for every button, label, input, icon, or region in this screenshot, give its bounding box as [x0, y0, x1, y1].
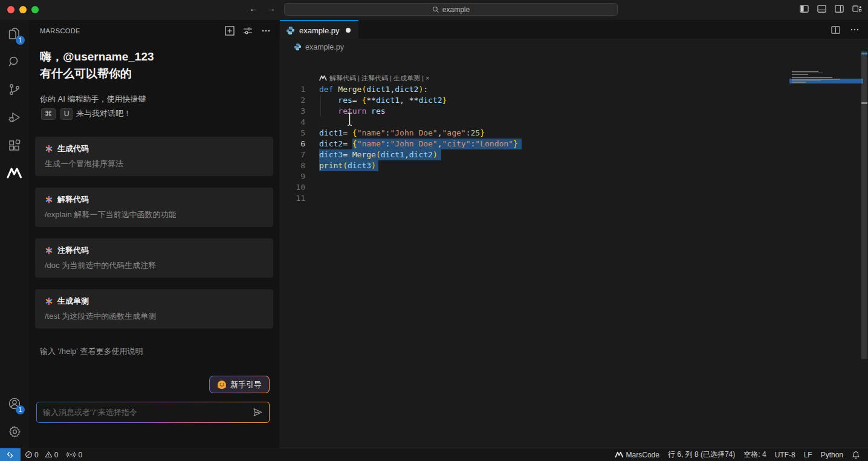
accounts-badge: 1: [16, 405, 25, 414]
python-icon: [294, 43, 302, 51]
remote-icon: [6, 451, 15, 459]
tab-label: example.py: [299, 26, 339, 35]
more-actions-icon[interactable]: [261, 26, 271, 36]
encoding-button[interactable]: UTF-8: [771, 448, 800, 461]
code-token: dict2: [319, 139, 343, 148]
sidebar-item-marscode[interactable]: [0, 159, 29, 187]
command-center-search[interactable]: example: [284, 3, 618, 16]
kbd-cmd: ⌘: [41, 108, 56, 120]
card-doc-code[interactable]: 注释代码 /doc 为当前选中的代码生成注释: [35, 238, 273, 278]
new-chat-icon[interactable]: [225, 26, 235, 36]
mouse-cursor: [347, 113, 352, 126]
breadcrumb-item[interactable]: example.py: [305, 43, 344, 51]
notifications-button[interactable]: [847, 448, 864, 461]
code-line-7[interactable]: dict3= Merge(dict1,dict2): [319, 149, 789, 160]
indentation-button[interactable]: 空格: 4: [739, 448, 770, 461]
explorer-badge: 1: [16, 36, 25, 45]
kbd-u: U: [60, 108, 73, 120]
code-token: "name": [357, 128, 386, 137]
warning-count: 0: [54, 451, 59, 459]
card-desc: /explain 解释一下当前选中函数的功能: [45, 209, 264, 220]
search-value: example: [442, 5, 470, 14]
eol-button[interactable]: LF: [800, 448, 817, 461]
code-line-3[interactable]: return res: [319, 106, 789, 117]
code-token: res: [371, 106, 385, 116]
code-line-4[interactable]: [319, 117, 789, 128]
onboarding-guide-button[interactable]: 新手引导: [209, 376, 270, 393]
sidebar-item-accounts[interactable]: 1: [0, 390, 29, 417]
send-icon[interactable]: [253, 407, 263, 417]
card-generate-code[interactable]: 生成代码 生成一个冒泡排序算法: [35, 137, 273, 176]
customize-layout-icon[interactable]: [852, 4, 862, 13]
close-window-button[interactable]: [7, 6, 15, 13]
code-line-5[interactable]: dict1= {"name":"John Doe","age":25}: [319, 128, 789, 139]
code-token: 25: [471, 128, 481, 137]
nav-back-icon[interactable]: ←: [249, 3, 258, 13]
code-line-8[interactable]: print(dict3): [319, 160, 789, 171]
code-token: dict3: [319, 150, 343, 159]
card-title: 注释代码: [57, 245, 89, 256]
code-token: dict3: [348, 161, 371, 170]
modified-dot-icon[interactable]: [346, 28, 351, 33]
code-line-9[interactable]: [319, 171, 789, 182]
cursor-position-button[interactable]: 行 6, 列 8 (已选择74): [664, 448, 739, 461]
sidebar-item-explorer[interactable]: 1: [0, 20, 29, 48]
sidebar-item-search[interactable]: [0, 48, 29, 76]
line-number: 10: [279, 182, 319, 193]
more-actions-icon[interactable]: [850, 25, 860, 34]
code-token: [319, 106, 338, 116]
line-number: 9: [279, 171, 319, 182]
run-debug-icon: [7, 110, 22, 125]
scrollbar-slider[interactable]: [861, 51, 867, 359]
tune-icon[interactable]: [243, 26, 253, 36]
code-token: res: [338, 96, 352, 105]
breadcrumb[interactable]: example.py: [279, 40, 344, 54]
marscode-status-button[interactable]: MarsCode: [611, 448, 664, 461]
greeting-line1: 嗨，@username_123: [40, 48, 268, 65]
code-line-10[interactable]: [319, 182, 789, 193]
sparkle-icon: [45, 246, 53, 255]
code-lines[interactable]: def Merge(dict1,dict2): res= {**dict1, *…: [319, 84, 789, 204]
marscode-status-label: MarsCode: [626, 451, 659, 459]
panel-header: MARSCODE: [29, 20, 279, 41]
sparkle-icon: [45, 195, 53, 204]
code-line-1[interactable]: def Merge(dict1,dict2):: [319, 84, 789, 95]
toggle-panel-icon[interactable]: [817, 4, 826, 13]
sidebar-item-extensions[interactable]: [0, 131, 29, 159]
code-token: =: [343, 139, 352, 148]
tab-example-py[interactable]: example.py: [280, 20, 358, 39]
greeting: 嗨，@username_123 有什么可以帮你的: [29, 41, 279, 82]
codelens-actions[interactable]: 解释代码 | 注释代码 | 生成单测 | ×: [319, 73, 429, 83]
sidebar-item-run-debug[interactable]: [0, 103, 29, 131]
code-token: def: [319, 85, 333, 94]
codelens-links[interactable]: 解释代码 | 注释代码 | 生成单测 | ×: [329, 74, 429, 83]
ports-button[interactable]: 0: [62, 448, 86, 461]
sidebar-item-settings[interactable]: [0, 417, 29, 445]
error-count: 0: [34, 451, 39, 459]
split-editor-icon[interactable]: [831, 25, 840, 34]
language-mode-button[interactable]: Python: [817, 448, 847, 461]
sparkle-icon: [45, 297, 53, 306]
code-token: Merge: [352, 150, 376, 159]
editor-scrollbar[interactable]: [861, 20, 868, 448]
minimap[interactable]: [792, 71, 861, 192]
toggle-secondary-sidebar-icon[interactable]: [835, 4, 844, 13]
code-line-11[interactable]: [319, 193, 789, 204]
marscode-icon: [615, 451, 624, 458]
card-explain-code[interactable]: 解释代码 /explain 解释一下当前选中函数的功能: [35, 188, 273, 227]
chat-input[interactable]: [43, 408, 253, 417]
code-token: print: [319, 161, 343, 170]
zoom-window-button[interactable]: [31, 6, 39, 13]
toggle-sidebar-icon[interactable]: [800, 4, 809, 13]
code-area[interactable]: 解释代码 | 注释代码 | 生成单测 | × 1234567891011 def…: [279, 54, 868, 448]
minimize-window-button[interactable]: [19, 6, 27, 13]
code-line-2[interactable]: res= {**dict1, **dict2}: [319, 95, 789, 106]
remote-indicator-button[interactable]: [0, 448, 21, 461]
card-unit-test[interactable]: 生成单测 /test 为这段选中的函数生成单测: [35, 289, 273, 329]
nav-forward-icon[interactable]: →: [267, 3, 276, 13]
code-line-6[interactable]: dict2= {"name":"John Doe","city":"London…: [319, 139, 789, 149]
problems-button[interactable]: 0 0: [21, 448, 62, 461]
sidebar-item-source-control[interactable]: [0, 76, 29, 103]
code-token: [366, 106, 371, 116]
code-token: {: [352, 139, 357, 148]
